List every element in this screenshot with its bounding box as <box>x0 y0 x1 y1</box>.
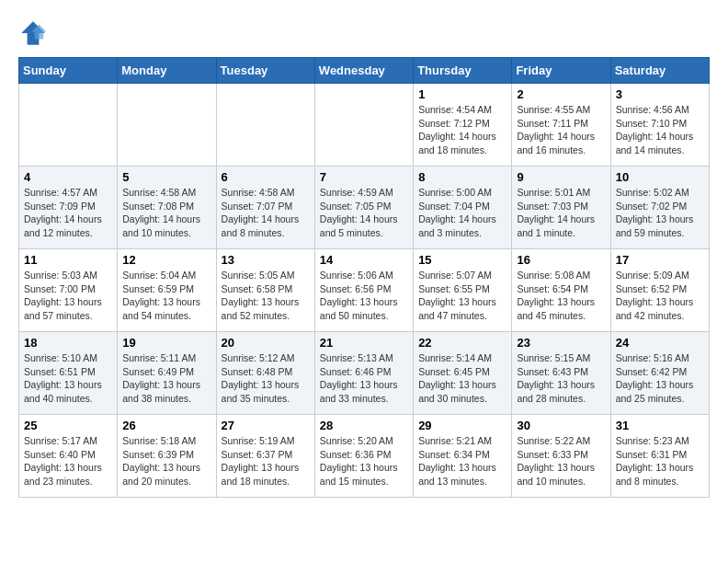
calendar-week-row: 4Sunrise: 4:57 AM Sunset: 7:09 PM Daylig… <box>19 167 710 249</box>
cell-content: Sunrise: 5:08 AM Sunset: 6:54 PM Dayligh… <box>517 269 605 323</box>
calendar-cell: 18Sunrise: 5:10 AM Sunset: 6:51 PM Dayli… <box>19 332 118 415</box>
cell-content: Sunrise: 5:15 AM Sunset: 6:43 PM Dayligh… <box>517 351 605 406</box>
cell-content: Sunrise: 5:18 AM Sunset: 6:39 PM Dayligh… <box>122 434 210 488</box>
calendar-cell: 28Sunrise: 5:20 AM Sunset: 6:36 PM Dayli… <box>314 415 413 498</box>
day-number: 16 <box>517 253 605 267</box>
day-number: 2 <box>517 87 605 101</box>
calendar-cell: 6Sunrise: 4:58 AM Sunset: 7:07 PM Daylig… <box>216 167 314 249</box>
weekday-header-tuesday: Tuesday <box>216 58 314 84</box>
day-number: 31 <box>616 419 704 432</box>
day-number: 7 <box>320 170 408 184</box>
calendar-cell: 29Sunrise: 5:21 AM Sunset: 6:34 PM Dayli… <box>414 415 512 498</box>
calendar-cell: 1Sunrise: 4:54 AM Sunset: 7:12 PM Daylig… <box>414 84 512 167</box>
calendar-cell <box>19 84 118 167</box>
cell-content: Sunrise: 5:05 AM Sunset: 6:58 PM Dayligh… <box>222 269 310 323</box>
calendar-cell: 7Sunrise: 4:59 AM Sunset: 7:05 PM Daylig… <box>314 167 413 249</box>
day-number: 5 <box>122 170 210 184</box>
cell-content: Sunrise: 5:16 AM Sunset: 6:42 PM Dayligh… <box>616 351 704 406</box>
weekday-header-saturday: Saturday <box>610 58 709 84</box>
day-number: 8 <box>418 170 506 184</box>
day-number: 26 <box>122 419 210 432</box>
weekday-header-friday: Friday <box>512 58 610 84</box>
cell-content: Sunrise: 4:58 AM Sunset: 7:07 PM Dayligh… <box>222 186 310 240</box>
calendar-cell <box>216 84 314 167</box>
cell-content: Sunrise: 4:56 AM Sunset: 7:10 PM Dayligh… <box>616 103 704 157</box>
weekday-header-sunday: Sunday <box>19 58 118 84</box>
calendar-week-row: 25Sunrise: 5:17 AM Sunset: 6:40 PM Dayli… <box>19 415 710 498</box>
cell-content: Sunrise: 5:01 AM Sunset: 7:03 PM Dayligh… <box>517 186 605 240</box>
day-number: 17 <box>616 253 704 267</box>
cell-content: Sunrise: 5:17 AM Sunset: 6:40 PM Dayligh… <box>24 434 112 488</box>
cell-content: Sunrise: 5:04 AM Sunset: 6:59 PM Dayligh… <box>122 269 210 323</box>
cell-content: Sunrise: 5:21 AM Sunset: 6:34 PM Dayligh… <box>418 434 506 488</box>
calendar-cell: 3Sunrise: 4:56 AM Sunset: 7:10 PM Daylig… <box>610 84 709 167</box>
cell-content: Sunrise: 5:14 AM Sunset: 6:45 PM Dayligh… <box>418 351 506 406</box>
calendar-cell: 2Sunrise: 4:55 AM Sunset: 7:11 PM Daylig… <box>512 84 610 167</box>
weekday-header-monday: Monday <box>118 58 216 84</box>
weekday-header-row: SundayMondayTuesdayWednesdayThursdayFrid… <box>19 58 710 84</box>
cell-content: Sunrise: 4:59 AM Sunset: 7:05 PM Dayligh… <box>320 186 408 240</box>
calendar-cell: 19Sunrise: 5:11 AM Sunset: 6:49 PM Dayli… <box>118 332 216 415</box>
calendar-cell: 11Sunrise: 5:03 AM Sunset: 7:00 PM Dayli… <box>19 249 118 332</box>
day-number: 27 <box>222 419 310 432</box>
logo <box>18 18 51 48</box>
day-number: 9 <box>517 170 605 184</box>
weekday-header-thursday: Thursday <box>414 58 512 84</box>
day-number: 28 <box>320 419 408 432</box>
day-number: 13 <box>222 253 310 267</box>
day-number: 18 <box>24 336 112 350</box>
day-number: 23 <box>517 336 605 350</box>
day-number: 4 <box>24 170 112 184</box>
day-number: 30 <box>517 419 605 432</box>
calendar-cell: 27Sunrise: 5:19 AM Sunset: 6:37 PM Dayli… <box>216 415 314 498</box>
calendar-cell: 24Sunrise: 5:16 AM Sunset: 6:42 PM Dayli… <box>610 332 709 415</box>
cell-content: Sunrise: 5:09 AM Sunset: 6:52 PM Dayligh… <box>616 269 704 323</box>
calendar-cell: 17Sunrise: 5:09 AM Sunset: 6:52 PM Dayli… <box>610 249 709 332</box>
day-number: 10 <box>616 170 704 184</box>
cell-content: Sunrise: 5:10 AM Sunset: 6:51 PM Dayligh… <box>24 351 112 406</box>
day-number: 12 <box>122 253 210 267</box>
day-number: 6 <box>222 170 310 184</box>
calendar-cell: 12Sunrise: 5:04 AM Sunset: 6:59 PM Dayli… <box>118 249 216 332</box>
weekday-header-wednesday: Wednesday <box>314 58 413 84</box>
cell-content: Sunrise: 5:19 AM Sunset: 6:37 PM Dayligh… <box>222 434 310 488</box>
calendar-cell: 13Sunrise: 5:05 AM Sunset: 6:58 PM Dayli… <box>216 249 314 332</box>
day-number: 25 <box>24 419 112 432</box>
day-number: 22 <box>418 336 506 350</box>
calendar-cell: 20Sunrise: 5:12 AM Sunset: 6:48 PM Dayli… <box>216 332 314 415</box>
calendar-cell: 14Sunrise: 5:06 AM Sunset: 6:56 PM Dayli… <box>314 249 413 332</box>
calendar-table: SundayMondayTuesdayWednesdayThursdayFrid… <box>18 57 710 498</box>
calendar-cell: 22Sunrise: 5:14 AM Sunset: 6:45 PM Dayli… <box>414 332 512 415</box>
day-number: 14 <box>320 253 408 267</box>
cell-content: Sunrise: 5:00 AM Sunset: 7:04 PM Dayligh… <box>418 186 506 240</box>
calendar-week-row: 11Sunrise: 5:03 AM Sunset: 7:00 PM Dayli… <box>19 249 710 332</box>
calendar-cell: 15Sunrise: 5:07 AM Sunset: 6:55 PM Dayli… <box>414 249 512 332</box>
calendar-cell: 25Sunrise: 5:17 AM Sunset: 6:40 PM Dayli… <box>19 415 118 498</box>
day-number: 19 <box>122 336 210 350</box>
day-number: 1 <box>418 87 506 101</box>
cell-content: Sunrise: 5:06 AM Sunset: 6:56 PM Dayligh… <box>320 269 408 323</box>
calendar-cell: 5Sunrise: 4:58 AM Sunset: 7:08 PM Daylig… <box>118 167 216 249</box>
calendar-cell: 16Sunrise: 5:08 AM Sunset: 6:54 PM Dayli… <box>512 249 610 332</box>
calendar-cell: 23Sunrise: 5:15 AM Sunset: 6:43 PM Dayli… <box>512 332 610 415</box>
calendar-week-row: 1Sunrise: 4:54 AM Sunset: 7:12 PM Daylig… <box>19 84 710 167</box>
day-number: 20 <box>222 336 310 350</box>
cell-content: Sunrise: 4:54 AM Sunset: 7:12 PM Dayligh… <box>418 103 506 157</box>
day-number: 15 <box>418 253 506 267</box>
day-number: 21 <box>320 336 408 350</box>
calendar-cell <box>314 84 413 167</box>
cell-content: Sunrise: 5:13 AM Sunset: 6:46 PM Dayligh… <box>320 351 408 406</box>
cell-content: Sunrise: 5:02 AM Sunset: 7:02 PM Dayligh… <box>616 186 704 240</box>
calendar-cell: 4Sunrise: 4:57 AM Sunset: 7:09 PM Daylig… <box>19 167 118 249</box>
cell-content: Sunrise: 5:11 AM Sunset: 6:49 PM Dayligh… <box>122 351 210 406</box>
calendar-cell <box>118 84 216 167</box>
cell-content: Sunrise: 4:55 AM Sunset: 7:11 PM Dayligh… <box>517 103 605 157</box>
day-number: 3 <box>616 87 704 101</box>
calendar-week-row: 18Sunrise: 5:10 AM Sunset: 6:51 PM Dayli… <box>19 332 710 415</box>
cell-content: Sunrise: 5:20 AM Sunset: 6:36 PM Dayligh… <box>320 434 408 488</box>
calendar-cell: 8Sunrise: 5:00 AM Sunset: 7:04 PM Daylig… <box>414 167 512 249</box>
cell-content: Sunrise: 5:12 AM Sunset: 6:48 PM Dayligh… <box>222 351 310 406</box>
calendar-cell: 9Sunrise: 5:01 AM Sunset: 7:03 PM Daylig… <box>512 167 610 249</box>
cell-content: Sunrise: 4:57 AM Sunset: 7:09 PM Dayligh… <box>24 186 112 240</box>
calendar-cell: 26Sunrise: 5:18 AM Sunset: 6:39 PM Dayli… <box>118 415 216 498</box>
